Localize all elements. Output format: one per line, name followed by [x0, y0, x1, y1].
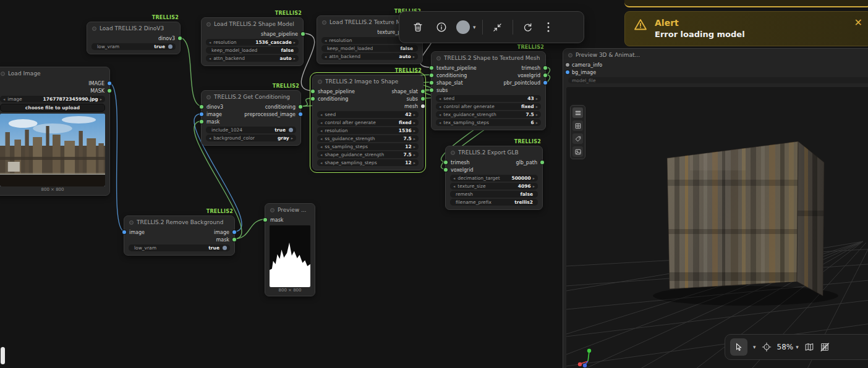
- collapse-dot[interactable]: [1, 72, 5, 76]
- widget-keep_model_loaded[interactable]: keep_model_loaded false: [206, 47, 299, 54]
- decrement-arrow-icon[interactable]: ◂: [209, 40, 211, 45]
- input-port-mask[interactable]: [263, 218, 267, 222]
- select-tool-button[interactable]: [730, 338, 747, 356]
- increment-arrow-icon[interactable]: ▸: [533, 176, 535, 181]
- node-shape_model[interactable]: TRELLIS2 Load TRELLIS.2 Shape Modelshape…: [201, 17, 304, 66]
- decrement-arrow-icon[interactable]: ◂: [320, 112, 322, 117]
- collapse-dot[interactable]: [436, 56, 441, 61]
- close-icon[interactable]: ✕: [854, 18, 862, 28]
- input-port-camera_info[interactable]: [566, 63, 569, 67]
- input-port-voxelgrid[interactable]: [444, 168, 448, 172]
- output-port-pbr_pointcloud[interactable]: [543, 81, 547, 85]
- output-port-MASK[interactable]: [108, 89, 111, 93]
- node-header[interactable]: Load TRELLIS.2 DinoV3: [87, 22, 180, 35]
- widget-shape_guidance_strength[interactable]: ◂ shape_guidance_strength 7.5 ▸: [317, 151, 419, 158]
- output-port-shape_pipeline[interactable]: [301, 32, 305, 36]
- node-preview[interactable]: Preview ...mask 800 × 800: [265, 203, 315, 296]
- output-port-trimesh[interactable]: [543, 66, 547, 70]
- zoom-control[interactable]: 58% ▾: [777, 343, 799, 351]
- output-port-mask[interactable]: [232, 238, 236, 241]
- input-port-dinov3[interactable]: [200, 105, 203, 109]
- widget-remesh[interactable]: remesh false: [450, 191, 538, 198]
- node-export_glb[interactable]: TRELLIS2 TRELLIS.2 Export GLBtrimeshglb_…: [445, 146, 543, 210]
- redo-button[interactable]: [519, 19, 537, 36]
- node-img2shape[interactable]: TRELLIS2 TRELLIS.2 Image to Shapeshape_p…: [312, 75, 423, 170]
- input-port-image[interactable]: [122, 230, 126, 234]
- widget-low_vram[interactable]: low_vram true: [129, 245, 230, 251]
- delete-button[interactable]: [409, 19, 427, 36]
- increment-arrow-icon[interactable]: ▸: [294, 56, 296, 61]
- output-port-IMAGE[interactable]: [108, 82, 111, 85]
- node-header[interactable]: Load TRELLIS.2 Shape Model: [202, 18, 303, 30]
- node-graph-canvas[interactable]: Load ImageIMAGEMASK ◂ image 176778723459…: [0, 0, 868, 368]
- widget-attn_backend[interactable]: ◂ attn_backend auto ▸: [206, 55, 299, 62]
- widget-filename_prefix[interactable]: filename_prefix trellis2: [450, 199, 538, 206]
- increment-arrow-icon[interactable]: ▸: [294, 40, 296, 45]
- collapse-dot[interactable]: [206, 22, 211, 27]
- widget-attn_backend[interactable]: ◂ attn_backend auto ▸: [321, 53, 418, 60]
- widget-texture_size[interactable]: ◂ texture_size 4096 ▸: [450, 183, 538, 190]
- widget-control after generate[interactable]: ◂ control after generate fixed ▸: [317, 119, 419, 126]
- decrement-arrow-icon[interactable]: ◂: [453, 184, 455, 189]
- decrement-arrow-icon[interactable]: ◂: [453, 176, 455, 181]
- decrement-arrow-icon[interactable]: ◂: [209, 56, 211, 61]
- widget-tex_guidance_strength[interactable]: ◂ tex_guidance_strength 7.5 ▸: [436, 111, 541, 118]
- increment-arrow-icon[interactable]: ▸: [100, 97, 102, 102]
- toggle-knob[interactable]: [223, 246, 227, 250]
- node-remove_bg[interactable]: TRELLIS2 TRELLIS.2 Remove Backgroundimag…: [124, 215, 235, 256]
- collapse-dot[interactable]: [322, 20, 326, 25]
- output-port-voxelgrid[interactable]: [543, 73, 547, 77]
- more-options-button[interactable]: [543, 19, 554, 36]
- image-view-button[interactable]: [572, 146, 583, 157]
- collapse-dot[interactable]: [206, 95, 211, 99]
- increment-arrow-icon[interactable]: ▸: [414, 161, 415, 165]
- widget-ss_sampling_steps[interactable]: ◂ ss_sampling_steps 12 ▸: [317, 143, 419, 150]
- increment-arrow-icon[interactable]: ▸: [536, 112, 538, 117]
- input-port-image[interactable]: [200, 112, 203, 116]
- widget-resolution[interactable]: ◂ resolution 1536 ▸: [317, 127, 419, 134]
- node-dinov3[interactable]: TRELLIS2 Load TRELLIS.2 DinoV3dinov3 low…: [87, 22, 181, 54]
- output-port-mesh[interactable]: [421, 104, 425, 108]
- node-shape2tex[interactable]: TRELLIS2 TRELLIS.2 Shape to Textured Mes…: [431, 51, 546, 130]
- output-port-preprocessed_image[interactable]: [299, 112, 302, 116]
- increment-arrow-icon[interactable]: ▸: [414, 153, 415, 157]
- increment-arrow-icon[interactable]: ▸: [414, 112, 415, 117]
- decrement-arrow-icon[interactable]: ◂: [439, 96, 441, 101]
- decrement-arrow-icon[interactable]: ◂: [439, 112, 441, 117]
- input-port-mask[interactable]: [200, 120, 203, 123]
- collapse-dot[interactable]: [92, 27, 96, 31]
- account-menu-button[interactable]: ▾: [456, 19, 476, 36]
- decrement-arrow-icon[interactable]: ◂: [320, 128, 322, 133]
- widget-shape_sampling_steps[interactable]: ◂ shape_sampling_steps 12 ▸: [317, 159, 419, 166]
- upload-button[interactable]: choose file to upload: [0, 104, 105, 112]
- collapse-dot[interactable]: [270, 208, 274, 212]
- decrement-arrow-icon[interactable]: ◂: [325, 38, 326, 43]
- chevron-down-icon[interactable]: ▾: [753, 345, 756, 350]
- widget-ss_guidance_strength[interactable]: ◂ ss_guidance_strength 7.5 ▸: [317, 135, 419, 142]
- decrement-arrow-icon[interactable]: ◂: [320, 144, 322, 149]
- node-header[interactable]: Preview ...: [265, 204, 315, 216]
- tag-button[interactable]: [572, 133, 583, 144]
- menu-button[interactable]: [572, 107, 583, 118]
- increment-arrow-icon[interactable]: ▸: [536, 104, 538, 109]
- output-port-conditioning[interactable]: [299, 105, 302, 109]
- increment-arrow-icon[interactable]: ▸: [413, 54, 415, 59]
- widget-seed[interactable]: ◂ seed 42 ▸: [317, 111, 419, 118]
- widget-include_1024[interactable]: include_1024 true: [206, 127, 296, 133]
- widget-seed[interactable]: ◂ seed 43 ▸: [436, 95, 541, 102]
- output-port-image[interactable]: [232, 230, 236, 234]
- focus-object-button[interactable]: [762, 342, 772, 352]
- toggle-knob[interactable]: [168, 44, 172, 49]
- input-port-trimesh[interactable]: [444, 161, 448, 164]
- input-port-bg_image[interactable]: [566, 70, 569, 74]
- widget-resolution[interactable]: ◂ resolution 1536_cascade ▸: [206, 39, 299, 46]
- increment-arrow-icon[interactable]: ▸: [533, 184, 535, 189]
- increment-arrow-icon[interactable]: ▸: [536, 96, 538, 101]
- widget-image[interactable]: ◂ image 17677872345990.jpg ▸: [0, 96, 105, 102]
- decrement-arrow-icon[interactable]: ◂: [320, 161, 322, 165]
- node-header[interactable]: TRELLIS.2 Remove Background: [124, 216, 234, 228]
- output-port-shape_slat[interactable]: [421, 90, 425, 93]
- collapse-dot[interactable]: [451, 151, 455, 155]
- 3d-viewport[interactable]: [566, 87, 868, 368]
- increment-arrow-icon[interactable]: ▸: [414, 120, 415, 125]
